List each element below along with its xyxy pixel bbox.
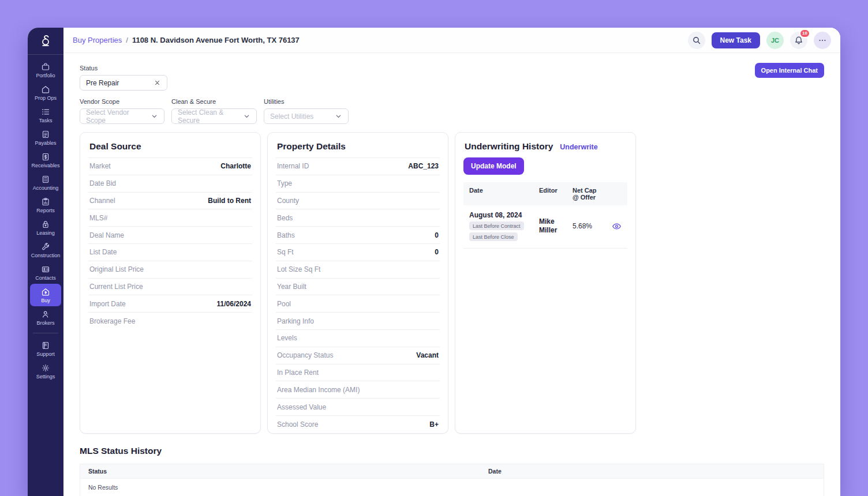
property-row-parking-info: Parking Info [276,313,440,330]
main-panel: Buy Properties / 1108 N. Davidson Avenue… [63,28,840,496]
deal-source-row-current-list-price: Current List Price [88,279,252,296]
more-menu-button[interactable] [814,32,831,49]
tag-last-before-contract: Last Before Contract [469,221,524,230]
deal-source-row-date-bid: Date Bid [88,175,252,193]
sidebar: Portfolio Prop Ops Tasks Payables Receiv… [28,28,63,496]
deal-source-row-brokerage-fee: Brokerage Fee [88,313,252,330]
breadcrumb-link-buy-properties[interactable]: Buy Properties [73,36,122,44]
secondary-filters: Vendor Scope Select Vendor Scope Clean &… [80,98,824,124]
chevron-down-icon [243,112,250,120]
underwriting-header: Underwriting History Underwrite [463,133,627,154]
property-row-sqft: Sq Ft0 [276,244,440,261]
receivables-icon [41,152,50,161]
construction-icon [41,242,50,251]
underwriting-table: Date Editor Net Cap @ Offer August 08, 2… [463,182,627,249]
vendor-scope-select[interactable]: Select Vendor Scope [80,108,164,124]
vendor-scope-label: Vendor Scope [80,98,164,105]
property-row-in-place-rent: In Place Rent [276,365,440,382]
breadcrumb: Buy Properties / 1108 N. Davidson Avenue… [73,36,300,44]
property-row-lot-size: Lot Size Sq Ft [276,261,440,279]
property-row-assessed-value: Assessed Value [276,399,440,416]
sidebar-item-payables[interactable]: Payables [30,126,61,149]
search-icon [692,36,701,45]
sidebar-item-contacts[interactable]: Contacts [30,261,61,284]
brokers-icon [41,310,50,319]
notification-count-badge: 10 [799,29,810,38]
deal-source-row-channel: ChannelBuild to Rent [88,193,252,210]
property-row-type: Type [276,175,440,193]
sidebar-nav: Portfolio Prop Ops Tasks Payables Receiv… [28,55,63,496]
property-details-card: Property Details Internal IDABC_123 Type… [267,132,448,434]
breadcrumb-current-address: 1108 N. Davidson Avenue Fort Worth, TX 7… [132,36,300,44]
payables-icon [41,130,50,139]
topbar: Buy Properties / 1108 N. Davidson Avenue… [63,28,840,53]
deal-source-row-list-date: List Date [88,244,252,261]
reports-icon [41,197,50,206]
deal-source-row-original-list-price: Original List Price [88,261,252,279]
sidebar-item-leasing[interactable]: Leasing [30,216,61,239]
portfolio-icon [41,62,50,72]
contacts-icon [41,265,50,274]
ellipsis-icon [818,36,827,45]
clean-secure-select[interactable]: Select Clean & Secure [171,108,257,124]
sidebar-divider [33,333,58,333]
tag-last-before-close: Last Before Close [469,232,518,241]
deal-source-row-market: MarketCharlotte [88,158,252,175]
underwriting-editor-cell: Mike Miller [539,217,573,235]
vendor-scope-placeholder: Select Vendor Scope [86,108,151,125]
mls-table-header: Status Date [80,464,824,479]
support-icon [41,341,50,350]
property-row-internal-id: Internal IDABC_123 [276,158,440,175]
eye-icon[interactable] [612,221,622,231]
sidebar-item-brokers[interactable]: Brokers [30,306,61,329]
mascot-logo-icon [38,33,53,48]
property-row-baths: Baths0 [276,227,440,244]
mls-status-history-title: MLS Status History [80,446,824,456]
open-internal-chat-button[interactable]: Open Internal Chat [755,63,824,78]
vendor-scope-filter: Vendor Scope Select Vendor Scope [80,98,164,124]
no-results-text: No Results [88,484,118,491]
info-cards: Deal Source MarketCharlotte Date Bid Cha… [80,132,824,434]
utilities-select[interactable]: Select Utilities [264,108,349,124]
sidebar-item-buy[interactable]: Buy [30,284,61,306]
sidebar-item-reports[interactable]: Reports [30,194,61,216]
column-header-editor: Editor [539,187,573,194]
sidebar-item-settings[interactable]: Settings [30,360,61,382]
underwriting-history-card: Underwriting History Underwrite Update M… [455,132,636,434]
sidebar-item-portfolio[interactable]: Portfolio [30,59,61,81]
status-select[interactable]: Pre Repair [80,75,167,91]
clean-secure-filter: Clean & Secure Select Clean & Secure [171,98,257,124]
user-avatar[interactable]: JC [766,32,784,49]
underwriting-table-row: August 08, 2024 Last Before Contract Las… [463,205,627,249]
status-select-value: Pre Repair [86,79,119,87]
x-icon[interactable] [154,79,161,87]
underwriting-table-header: Date Editor Net Cap @ Offer [463,182,627,205]
property-row-year-built: Year Built [276,279,440,296]
sidebar-item-prop-ops[interactable]: Prop Ops [30,81,61,104]
status-filter-label: Status [80,65,824,72]
app-logo[interactable] [28,28,63,55]
sidebar-item-construction[interactable]: Construction [30,239,61,261]
clean-secure-label: Clean & Secure [171,98,257,105]
app-window: Portfolio Prop Ops Tasks Payables Receiv… [28,28,840,496]
property-row-occupancy-status: Occupancy StatusVacant [276,347,440,365]
accounting-icon [41,175,50,184]
update-model-button[interactable]: Update Model [463,157,524,175]
breadcrumb-separator: / [126,36,128,44]
search-button[interactable] [688,32,705,49]
sidebar-item-tasks[interactable]: Tasks [30,104,61,126]
property-row-levels: Levels [276,330,440,347]
property-row-pool: Pool [276,295,440,313]
sidebar-item-receivables[interactable]: Receivables [30,149,61,171]
tasks-icon [41,107,50,117]
chevron-down-icon [151,112,158,120]
column-header-net-cap: Net Cap @ Offer [573,187,612,201]
sidebar-item-accounting[interactable]: Accounting [30,171,61,194]
content-area: Open Internal Chat Status Pre Repair Ven… [63,53,840,496]
chevron-down-icon [335,112,342,120]
new-task-button[interactable]: New Task [712,32,760,48]
sidebar-item-support[interactable]: Support [30,337,61,360]
utilities-filter: Utilities Select Utilities [264,98,349,124]
column-header-status: Status [88,468,488,475]
underwrite-link[interactable]: Underwrite [560,143,597,151]
